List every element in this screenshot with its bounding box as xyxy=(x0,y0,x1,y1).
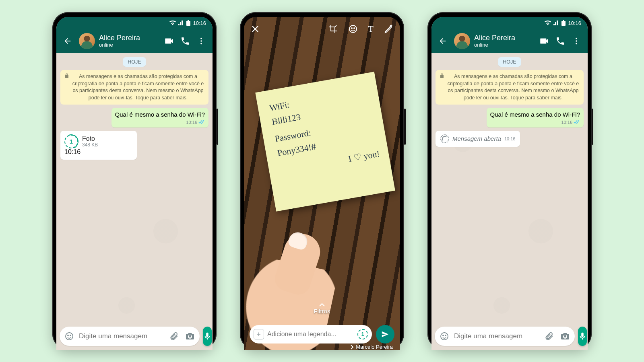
back-button[interactable] xyxy=(436,34,450,48)
media-editor: WiFi: Billi123 Password: Pony334!# I ♡ y… xyxy=(244,17,400,350)
chevron-right-icon xyxy=(350,345,353,350)
message-composer xyxy=(60,327,209,346)
view-once-opened[interactable]: Mensagem aberta 10:16 xyxy=(436,131,520,147)
lock-icon xyxy=(64,73,69,79)
phone-chat-after: 10:16 Alice Pereira online HOJE As mensa… xyxy=(427,12,592,350)
svg-point-7 xyxy=(70,335,71,336)
chat-header: Alice Pereira online xyxy=(56,29,213,53)
battery-icon xyxy=(186,20,190,26)
editor-toolbar: T xyxy=(244,19,400,39)
svg-point-6 xyxy=(68,335,68,336)
contact-avatar[interactable] xyxy=(79,33,95,49)
message-composer xyxy=(435,327,584,346)
caption-box[interactable]: + 1 xyxy=(250,325,372,343)
chat-body[interactable]: HOJE As mensagens e as chamadas são prot… xyxy=(431,53,588,350)
message-input[interactable] xyxy=(79,332,164,340)
add-media-button[interactable]: + xyxy=(254,329,264,339)
video-call-button[interactable] xyxy=(537,34,551,48)
outgoing-message[interactable]: Qual é mesmo a senha do Wi-Fi? 10:16 xyxy=(487,108,584,128)
svg-point-4 xyxy=(200,43,202,45)
caption-bar: + 1 xyxy=(250,325,394,343)
send-button[interactable] xyxy=(376,325,394,343)
text-icon[interactable]: T xyxy=(368,24,374,34)
compose-box[interactable] xyxy=(435,327,575,346)
outgoing-message[interactable]: Qual é mesmo a senha do Wi-Fi? 10:16 xyxy=(111,108,208,128)
contact-status: online xyxy=(99,42,158,48)
svg-rect-11 xyxy=(561,21,566,26)
filters-toggle[interactable]: Filtros xyxy=(244,303,400,315)
attach-icon[interactable] xyxy=(167,330,180,343)
camera-icon[interactable] xyxy=(559,330,572,343)
read-ticks-icon xyxy=(574,120,580,124)
svg-point-8 xyxy=(349,25,357,33)
back-button[interactable] xyxy=(60,34,75,48)
sticker-icon[interactable] xyxy=(348,24,358,34)
contact-avatar[interactable] xyxy=(454,33,470,49)
encryption-notice[interactable]: As mensagens e as chamadas são protegida… xyxy=(60,70,208,105)
photo-preview[interactable]: WiFi: Billi123 Password: Pony334!# I ♡ y… xyxy=(244,17,400,350)
message-input[interactable] xyxy=(454,332,539,340)
crop-icon[interactable] xyxy=(328,24,338,34)
contact-info[interactable]: Alice Pereira online xyxy=(99,34,158,48)
read-ticks-icon xyxy=(198,120,205,124)
svg-point-2 xyxy=(200,38,202,39)
close-button[interactable] xyxy=(250,24,260,34)
chevron-up-icon xyxy=(319,303,325,307)
wifi-icon xyxy=(545,21,551,25)
contact-status: online xyxy=(474,42,533,48)
chat-header: Alice Pereira online xyxy=(431,29,588,53)
view-once-photo-card[interactable]: 1 Foto 348 KB 10:16 xyxy=(60,131,137,160)
phone-chat-before: 10:16 Alice Pereira online HOJE As mensa… xyxy=(52,12,217,350)
recipient-chip[interactable]: Marcelo Pereira xyxy=(350,344,393,350)
svg-point-16 xyxy=(441,333,448,340)
photo-label: Foto xyxy=(82,135,98,142)
draw-icon[interactable] xyxy=(384,24,394,34)
voice-call-button[interactable] xyxy=(178,34,192,48)
date-chip: HOJE xyxy=(123,57,146,67)
svg-point-10 xyxy=(354,28,355,29)
more-options-button[interactable] xyxy=(569,34,584,48)
sticky-note: WiFi: Billi123 Password: Pony334!# I ♡ y… xyxy=(255,72,395,212)
compose-box[interactable] xyxy=(60,327,200,346)
emoji-icon[interactable] xyxy=(63,330,76,343)
more-options-button[interactable] xyxy=(194,34,208,48)
svg-point-15 xyxy=(576,43,577,45)
video-call-button[interactable] xyxy=(162,34,176,48)
contact-info[interactable]: Alice Pereira online xyxy=(474,34,533,48)
battery-icon xyxy=(561,20,566,26)
svg-point-5 xyxy=(66,333,73,340)
view-once-icon: 1 xyxy=(64,135,78,148)
voice-call-button[interactable] xyxy=(553,34,568,48)
svg-point-13 xyxy=(576,38,577,39)
svg-point-3 xyxy=(200,40,202,42)
caption-input[interactable] xyxy=(267,331,354,338)
chat-body[interactable]: HOJE As mensagens e as chamadas são prot… xyxy=(56,53,213,350)
photo-size: 348 KB xyxy=(82,142,98,148)
view-once-toggle[interactable]: 1 xyxy=(357,329,368,339)
svg-point-14 xyxy=(576,40,577,42)
svg-rect-0 xyxy=(186,21,190,26)
status-bar: 10:16 xyxy=(431,17,588,29)
svg-rect-1 xyxy=(188,20,189,21)
mic-button[interactable] xyxy=(203,327,212,346)
svg-point-18 xyxy=(445,335,446,336)
status-time: 10:16 xyxy=(193,20,206,26)
date-chip: HOJE xyxy=(498,57,521,67)
mic-button[interactable] xyxy=(578,327,587,346)
contact-name: Alice Pereira xyxy=(474,34,533,42)
status-bar: 10:16 xyxy=(56,17,213,29)
signal-icon xyxy=(178,21,184,25)
svg-rect-12 xyxy=(563,20,564,21)
opened-icon xyxy=(440,134,449,143)
contact-name: Alice Pereira xyxy=(99,34,158,42)
svg-point-17 xyxy=(443,335,444,336)
encryption-notice[interactable]: As mensagens e as chamadas são protegida… xyxy=(436,70,584,105)
emoji-icon[interactable] xyxy=(438,330,451,343)
status-time: 10:16 xyxy=(568,20,581,26)
svg-point-9 xyxy=(351,28,352,29)
camera-icon[interactable] xyxy=(184,330,196,343)
lock-icon xyxy=(440,73,444,79)
attach-icon[interactable] xyxy=(543,330,555,343)
wifi-icon xyxy=(169,21,176,25)
phone-media-editor: WiFi: Billi123 Password: Pony334!# I ♡ y… xyxy=(240,12,404,350)
